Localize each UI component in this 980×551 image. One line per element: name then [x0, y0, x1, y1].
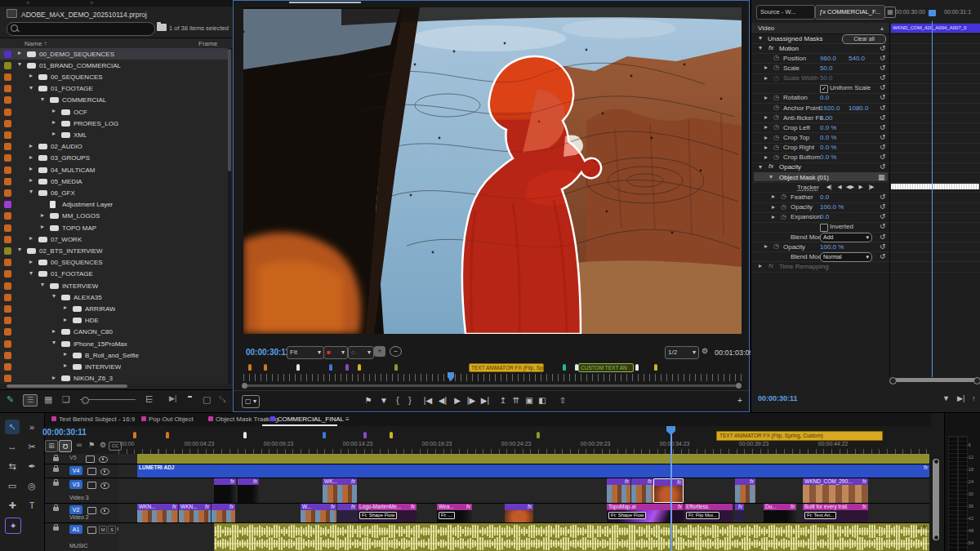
- sequence-tab-pop-out-object[interactable]: Pop Out Object: [141, 413, 194, 426]
- tree-horizontal-scrollbar[interactable]: [7, 384, 127, 388]
- stopwatch-icon[interactable]: ◷: [773, 153, 779, 161]
- clip-du-[interactable]: Du...fx: [764, 504, 796, 522]
- extract-button[interactable]: ⇈: [510, 395, 523, 407]
- monitor-marker-span[interactable]: CUSTOM TEXT AN: [578, 363, 634, 372]
- stopwatch-icon[interactable]: ◷: [781, 193, 786, 200]
- tab-source-monitor[interactable]: Source - W...: [756, 5, 815, 20]
- blend-mode-select[interactable]: Add ▾: [820, 233, 872, 242]
- hidden-tab-icon[interactable]: ≡: [26, 0, 29, 6]
- stopwatch-icon[interactable]: ◷: [773, 104, 779, 111]
- tracker-button-0[interactable]: ◀|: [824, 183, 834, 191]
- expand-chevron-icon[interactable]: ▸: [764, 113, 768, 121]
- track-badge[interactable]: V3: [69, 480, 82, 489]
- stopwatch-icon[interactable]: ◷: [773, 94, 779, 101]
- expand-chevron-icon[interactable]: ▸: [764, 123, 768, 131]
- expand-chevron-icon[interactable]: ▸: [772, 193, 775, 200]
- type-tool[interactable]: T: [24, 498, 39, 513]
- tree-item-nikon-z6-3[interactable]: ▸NIKON_Z6_3: [0, 373, 231, 384]
- sort-icon[interactable]: ⋿: [145, 394, 154, 405]
- tree-item-00-sequences[interactable]: ▸00_SEQUENCES: [0, 257, 231, 269]
- program-video-viewport[interactable]: [243, 7, 742, 334]
- clip[interactable]: fx: [214, 478, 236, 503]
- ec-playhead-line[interactable]: [932, 21, 933, 377]
- monitor-mini-timeline[interactable]: [243, 374, 742, 381]
- ec-property-value[interactable]: 540.0: [849, 55, 865, 62]
- mark-out-button[interactable]: }: [403, 395, 416, 407]
- icon-view-button[interactable]: ▦: [44, 394, 52, 405]
- timeline-settings-wrench-icon[interactable]: ⚙: [97, 440, 109, 451]
- track-visibility-icon[interactable]: [100, 482, 109, 489]
- checkbox-checked[interactable]: ✓: [820, 85, 828, 93]
- object-selection-tool[interactable]: ◎: [24, 478, 39, 493]
- tree-chevron-icon[interactable]: ▾: [41, 96, 44, 103]
- tree-item-03-groups[interactable]: ▸03_GROUPS: [0, 153, 231, 165]
- track-badge[interactable]: V2: [69, 505, 82, 514]
- stopwatch-icon[interactable]: ◷: [773, 134, 779, 141]
- timeline-marker-span[interactable]: TEXT ANIMATOR FX (Flip, Spring, Custom): [716, 431, 883, 441]
- reset-property-icon[interactable]: ↺: [880, 233, 886, 241]
- track-header-v5[interactable]: V5: [45, 454, 119, 464]
- solo-button[interactable]: S: [108, 526, 116, 534]
- track-lock-icon[interactable]: [53, 527, 59, 531]
- stopwatch-icon[interactable]: ◷: [773, 74, 779, 82]
- timeline-marker[interactable]: [243, 432, 247, 438]
- track-visibility-icon[interactable]: [100, 469, 109, 475]
- ec-property-value[interactable]: 1920.0: [820, 104, 840, 112]
- monitor-marker[interactable]: [394, 364, 398, 371]
- monitor-timecode[interactable]: 00:00:30:11: [246, 348, 290, 357]
- monitor-marker[interactable]: [358, 364, 361, 371]
- tree-item-adjustment-layer[interactable]: Adjustment Layer: [0, 199, 231, 211]
- filter-properties-icon[interactable]: ▼: [942, 394, 950, 402]
- stopwatch-icon[interactable]: ◷: [781, 213, 786, 220]
- razor-tool[interactable]: ✂: [24, 439, 39, 454]
- step-forward-button[interactable]: |▶: [465, 395, 478, 407]
- expand-chevron-icon[interactable]: ▸: [764, 94, 768, 101]
- timeline-marker[interactable]: [363, 432, 367, 438]
- audio-meters[interactable]: -6-12-18-24-30-36-42-48-54: [944, 413, 980, 551]
- monitor-marker[interactable]: [345, 364, 349, 371]
- tree-chevron-icon[interactable]: ▸: [64, 316, 67, 323]
- timeline-marker[interactable]: [166, 432, 169, 438]
- tree-chevron-icon[interactable]: ▸: [18, 49, 21, 56]
- tree-chevron-icon[interactable]: ▸: [41, 223, 44, 230]
- expand-chevron-icon[interactable]: ▸: [764, 64, 768, 71]
- zoom-level-select[interactable]: Fit ▾: [287, 346, 324, 359]
- expand-chevron-icon[interactable]: ▸: [764, 153, 768, 161]
- pen-tool[interactable]: ✒: [24, 459, 39, 473]
- expand-chevron-icon[interactable]: ▸: [764, 134, 768, 141]
- nest-sequence-icon[interactable]: ⊞: [45, 440, 58, 452]
- lasso-tool-select[interactable]: ◌▾: [348, 346, 374, 359]
- collapse-chevron-icon[interactable]: ▾: [759, 163, 762, 171]
- ec-clip-bar[interactable]: WKND_COM_420_A004_A007_0: [891, 24, 980, 33]
- tree-item-00-demo-sequences[interactable]: ▸00_DEMO_SEQUENCES: [0, 48, 231, 60]
- reset-property-icon[interactable]: ↺: [880, 54, 886, 62]
- ec-property-value[interactable]: 50.0: [820, 74, 833, 82]
- track-name[interactable]: MUSIC: [69, 543, 88, 549]
- ec-property-value[interactable]: 1080.0: [849, 104, 868, 112]
- tree-scrollbar-thumb[interactable]: [228, 49, 231, 171]
- monitor-scrollbar[interactable]: [245, 384, 738, 387]
- mark-in-button[interactable]: {: [391, 395, 404, 407]
- tracker-button-2[interactable]: ◀▶: [845, 183, 855, 191]
- tree-chevron-icon[interactable]: ▸: [29, 165, 33, 172]
- monitor-marker[interactable]: [563, 364, 566, 371]
- monitor-marker-span[interactable]: TEXT ANIMATOR FX (Flip, Sp: [469, 363, 544, 372]
- tree-chevron-icon[interactable]: ▸: [29, 234, 33, 242]
- edit-pencil-icon[interactable]: ✎: [7, 394, 14, 405]
- tree-item-topo-map[interactable]: ▸TOPO MAP: [0, 222, 231, 234]
- ec-property-value[interactable]: 960.0: [820, 55, 836, 62]
- tree-item-interview[interactable]: ▸INTERVIEW: [0, 361, 231, 373]
- tree-chevron-icon[interactable]: ▸: [41, 211, 44, 219]
- tree-item-02-bts-interview[interactable]: ▾02_BTS_INTERVIEW: [0, 245, 231, 257]
- hidden-tab-icon[interactable]: ≡: [90, 0, 93, 6]
- clip-effortless-[interactable]: Effortless.Ft: Flip Mot...: [684, 504, 733, 522]
- stopwatch-icon[interactable]: ◷: [773, 54, 779, 61]
- tracker-button-4[interactable]: |▶: [866, 183, 876, 191]
- sequence-tab-text-behind-subject-16-9[interactable]: Text Behind Subject - 16:9: [51, 413, 135, 426]
- clip-wea-[interactable]: Wea...fxFt: ...: [437, 504, 472, 522]
- ec-property-value[interactable]: 0.0: [820, 193, 829, 201]
- tree-item-01-brand-commercial[interactable]: ▾01_BRAND_COMMERCIAL: [0, 60, 231, 72]
- go-to-out-button[interactable]: ▶|: [479, 395, 492, 407]
- expand-chevron-icon[interactable]: ▸: [772, 213, 775, 220]
- track-lock-icon[interactable]: [53, 482, 59, 486]
